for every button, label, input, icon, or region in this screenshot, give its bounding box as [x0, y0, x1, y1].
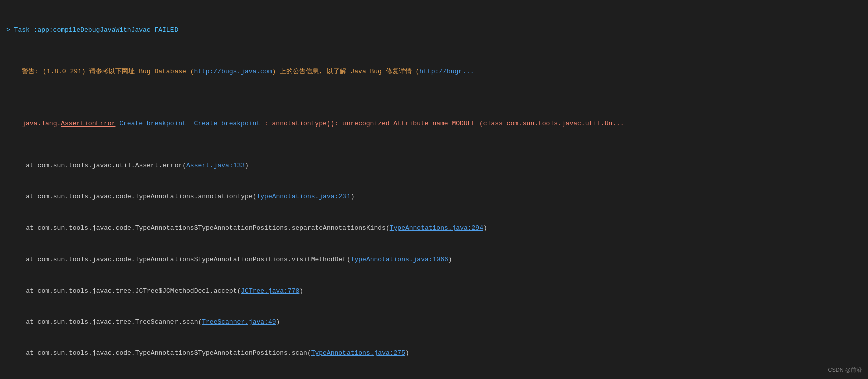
stack-line-6: at com.sun.tools.javac.code.TypeAnnotati…: [6, 348, 862, 359]
watermark: CSDN @前沿: [828, 366, 862, 375]
typeannotations-294-link[interactable]: TypeAnnotations.java:294: [390, 224, 483, 232]
warning-text: 警告: (1.8.0_291) 请参考以下网址 Bug Database (ht…: [22, 68, 474, 75]
typeannotations-275-link[interactable]: TypeAnnotations.java:275: [311, 349, 405, 357]
bugr-link[interactable]: http://bugr...: [419, 68, 474, 75]
assert-java-link[interactable]: Assert.java:133: [186, 162, 245, 169]
treescanner-49-link[interactable]: TreeScanner.java:49: [202, 318, 276, 326]
typeannotations-231-link[interactable]: TypeAnnotations.java:231: [256, 193, 350, 200]
jctree-778-link[interactable]: JCTree.java:778: [241, 287, 299, 295]
stack-line-0: at com.sun.tools.javac.util.Assert.error…: [6, 161, 862, 171]
warning-line: 警告: (1.8.0_291) 请参考以下网址 Bug Database (ht…: [6, 56, 862, 87]
bp-separator2: [186, 120, 194, 128]
stack-line-1: at com.sun.tools.javac.code.TypeAnnotati…: [6, 192, 862, 202]
create-breakpoint-1[interactable]: Create breakpoint: [119, 120, 186, 128]
stack-line-5: at com.sun.tools.javac.tree.TreeScanner.…: [6, 317, 862, 328]
stack-line-4: at com.sun.tools.javac.tree.JCTree$JCMet…: [6, 286, 862, 297]
terminal-output: > Task :app:compileDebugJavaWithJavac FA…: [0, 0, 868, 379]
stack-line-3: at com.sun.tools.javac.code.TypeAnnotati…: [6, 255, 862, 265]
assertion-error-line: java.lang.AssertionError Create breakpoi…: [6, 108, 862, 140]
java-lang-prefix: java.lang.: [22, 120, 61, 128]
create-breakpoint-2[interactable]: Create breakpoint: [194, 120, 261, 128]
typeannotations-1066-link[interactable]: TypeAnnotations.java:1066: [351, 256, 448, 263]
task-line: > Task :app:compileDebugJavaWithJavac FA…: [6, 25, 862, 36]
assertion-error-link[interactable]: AssertionError: [61, 120, 115, 128]
error-suffix: : annotationType(): unrecognized Attribu…: [260, 120, 624, 128]
bug-database-link[interactable]: http://bugs.java.com: [194, 68, 272, 75]
stack-line-2: at com.sun.tools.javac.code.TypeAnnotati…: [6, 223, 862, 234]
